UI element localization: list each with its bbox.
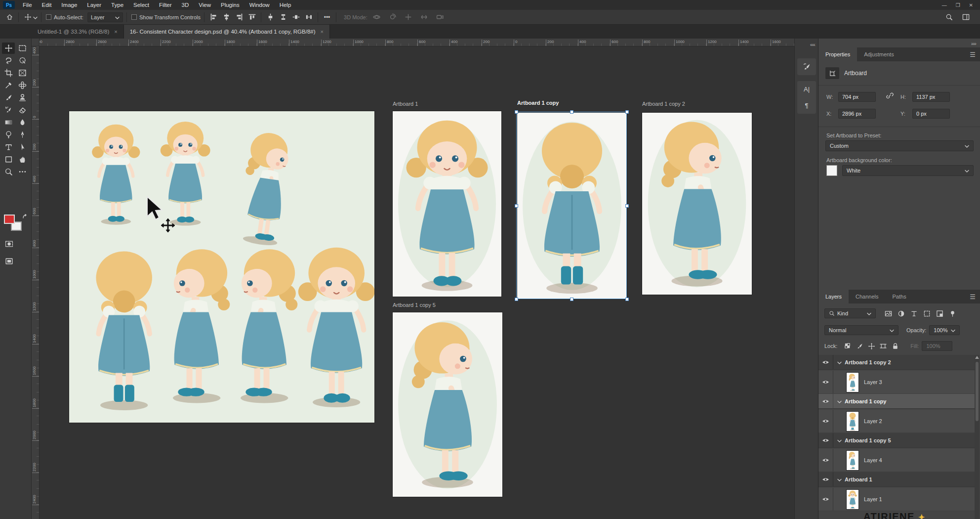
screen-mode-icon[interactable] [2, 256, 15, 267]
home-icon[interactable] [4, 12, 15, 23]
tool-rectangle[interactable] [2, 154, 15, 165]
visibility-eye-icon[interactable] [818, 371, 833, 393]
visibility-eye-icon[interactable] [818, 394, 833, 408]
close-tab-icon[interactable]: × [114, 25, 117, 39]
align-center-h-icon[interactable] [221, 12, 232, 23]
tool-pen[interactable] [16, 129, 29, 140]
filter-pixel-layers-icon[interactable] [883, 308, 894, 318]
preset-dropdown[interactable]: Custom [825, 140, 974, 151]
layers-scrollbar[interactable] [975, 355, 980, 519]
layer-layer-1[interactable]: Layer 1 [818, 488, 978, 511]
search-icon[interactable] [943, 12, 954, 23]
artboard-1-copy-2[interactable] [642, 113, 752, 295]
more-align-options-button[interactable]: ••• [322, 12, 332, 23]
lock-transparency-icon[interactable] [842, 341, 853, 351]
character-sheet-image[interactable] [69, 111, 374, 423]
character-panel-icon[interactable]: A| [804, 86, 810, 93]
visibility-eye-icon[interactable] [818, 488, 833, 511]
lock-pixels-icon[interactable] [854, 341, 865, 351]
chevron-down-icon[interactable] [837, 359, 842, 365]
3d-camera-icon[interactable] [435, 12, 446, 23]
3d-orbit-icon[interactable] [371, 12, 382, 23]
auto-select-checkbox[interactable] [46, 14, 51, 20]
layer-group-artboard-1-copy-2[interactable]: Artboard 1 copy 2 [818, 355, 978, 370]
opacity-dropdown[interactable]: 100% [929, 325, 960, 335]
menu-image[interactable]: Image [56, 0, 82, 10]
tool-history-brush[interactable] [2, 104, 15, 116]
tool-hand[interactable] [16, 154, 29, 165]
menu-help[interactable]: Help [275, 0, 296, 10]
layer-thumbnail[interactable] [846, 450, 859, 471]
lock-all-icon[interactable] [890, 341, 900, 351]
menu-3d[interactable]: 3D [177, 0, 194, 10]
collapse-dock-icon[interactable]: «« [810, 42, 815, 47]
align-left-icon[interactable] [208, 12, 219, 23]
photoshop-logo[interactable]: Ps [3, 1, 15, 9]
menu-plugins[interactable]: Plugins [216, 0, 245, 10]
layer-group-artboard-1-copy[interactable]: Artboard 1 copy [818, 394, 978, 409]
panel-menu-icon[interactable]: ☰ [970, 293, 980, 301]
foreground-color-swatch[interactable] [4, 215, 15, 224]
tool-eyedropper[interactable] [2, 80, 15, 91]
layer-group-artboard-1-copy-5[interactable]: Artboard 1 copy 5 [818, 433, 978, 448]
tool-type[interactable] [2, 141, 15, 153]
tab-paths[interactable]: Paths [886, 290, 913, 303]
artboard-1-copy[interactable] [517, 113, 627, 299]
menu-file[interactable]: File [18, 0, 37, 10]
tab-layers[interactable]: Layers [818, 290, 849, 303]
menu-layer[interactable]: Layer [82, 0, 106, 10]
menu-filter[interactable]: Filter [154, 0, 177, 10]
artboard-1[interactable] [393, 111, 501, 297]
3d-slide-icon[interactable] [419, 12, 430, 23]
quick-mask-icon[interactable] [2, 238, 15, 250]
expand-dock-icon[interactable]: »» [971, 41, 976, 46]
menu-type[interactable]: Type [106, 0, 128, 10]
tool-object-selection[interactable] [16, 55, 29, 66]
document-canvas[interactable]: Artboard 1 Artboard 1 copy Artboard 1 co… [40, 46, 794, 519]
width-field[interactable]: 704 px [838, 92, 876, 102]
tool-path-select[interactable] [16, 141, 29, 153]
filter-smart-objects-icon[interactable] [934, 308, 945, 318]
visibility-eye-icon[interactable] [818, 449, 833, 472]
tool-more[interactable] [16, 166, 29, 177]
menu-view[interactable]: View [194, 0, 216, 10]
tab-channels[interactable]: Channels [849, 290, 885, 303]
layer-thumbnail[interactable] [846, 489, 859, 510]
layer-filter-kind-dropdown[interactable]: Kind [824, 308, 876, 318]
lock-artboard-icon[interactable] [878, 341, 889, 351]
artboard-label-artboard-1-copy[interactable]: Artboard 1 copy [517, 100, 559, 106]
tool-crop[interactable] [2, 67, 15, 79]
show-transform-checkbox[interactable] [131, 14, 137, 20]
chevron-down-icon[interactable] [837, 437, 842, 443]
visibility-eye-icon[interactable] [818, 433, 833, 447]
tool-blur[interactable] [16, 117, 29, 128]
tool-eraser[interactable] [16, 104, 29, 116]
chevron-down-icon[interactable] [837, 476, 842, 482]
tool-clone-stamp[interactable] [16, 92, 29, 103]
tool-dodge[interactable] [2, 129, 15, 140]
tool-healing[interactable] [16, 80, 29, 91]
menu-select[interactable]: Select [128, 0, 154, 10]
tool-brush[interactable] [2, 92, 15, 103]
distribute-left-icon[interactable] [290, 12, 301, 23]
move-tool-icon[interactable] [22, 12, 33, 23]
distribute-top-icon[interactable] [265, 12, 276, 23]
filter-type-layers-icon[interactable] [908, 308, 919, 318]
maximize-button[interactable]: ❐ [956, 2, 960, 8]
close-button[interactable]: ✕ [969, 2, 973, 8]
layer-layer-2[interactable]: Layer 2 [818, 410, 978, 433]
filter-adjustment-layers-icon[interactable] [896, 308, 906, 318]
visibility-eye-icon[interactable] [818, 410, 833, 432]
tool-lasso[interactable] [2, 55, 15, 66]
scroll-up-arrow[interactable] [975, 356, 979, 359]
3d-roll-icon[interactable] [387, 12, 398, 23]
layer-layer-4[interactable]: Layer 4 [818, 449, 978, 472]
document-tab-0[interactable]: Untitled-1 @ 33.3% (RGB/8) × [32, 25, 124, 39]
3d-pan-icon[interactable] [403, 12, 414, 23]
layer-group-artboard-1[interactable]: Artboard 1 [818, 472, 978, 487]
align-right-icon[interactable] [234, 12, 245, 23]
paragraph-panel-icon[interactable]: ¶ [805, 102, 809, 109]
height-field[interactable]: 1137 px [912, 92, 950, 102]
artboard-label-artboard-1[interactable]: Artboard 1 [393, 101, 418, 107]
chevron-down-icon[interactable] [837, 398, 842, 404]
